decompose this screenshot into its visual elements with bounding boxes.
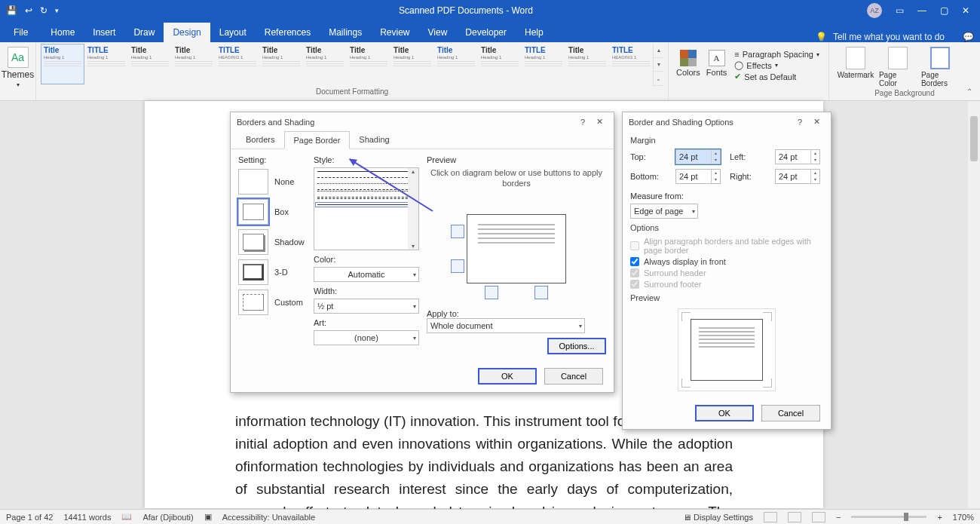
chk-display-front[interactable]: Always display in front <box>630 257 823 266</box>
measure-from-combo[interactable]: Edge of page▾ <box>630 204 698 219</box>
collapse-ribbon-icon[interactable]: ⌃ <box>966 87 972 96</box>
print-layout-icon[interactable] <box>788 512 801 522</box>
tab-mailings[interactable]: Mailings <box>320 23 371 42</box>
width-combo[interactable]: ½ pt▾ <box>314 299 419 314</box>
setting-box[interactable]: Box <box>238 199 306 225</box>
page-color-button[interactable]: Page Color <box>879 47 917 87</box>
close-icon[interactable]: ✕ <box>962 5 969 16</box>
color-combo[interactable]: Automatic▾ <box>314 267 419 282</box>
tab-references[interactable]: References <box>256 23 320 42</box>
style-set-thumb[interactable]: TitleHeading 1 <box>303 44 347 84</box>
style-set-thumb[interactable]: TitleHeading 1 <box>128 44 172 84</box>
tab-view[interactable]: View <box>419 23 457 42</box>
effects-button[interactable]: ◯Effects▾ <box>734 60 819 70</box>
left-margin-input[interactable]: 24 pt▴▾ <box>775 149 820 164</box>
art-combo[interactable]: (none)▾ <box>314 330 419 345</box>
web-layout-icon[interactable] <box>812 512 825 522</box>
preview-diagram[interactable] <box>449 196 584 302</box>
cancel-button[interactable]: Cancel <box>761 405 820 421</box>
style-set-thumb[interactable]: TITLEHEADING 1 <box>609 44 653 84</box>
left-edge-button[interactable] <box>485 286 498 299</box>
top-edge-button[interactable] <box>451 225 464 238</box>
user-avatar[interactable]: AZ <box>867 3 882 18</box>
themes-button[interactable]: Aa Themes ▾ <box>5 44 31 91</box>
setting-none[interactable]: None <box>238 169 306 195</box>
fonts-button[interactable]: AFonts <box>703 47 730 84</box>
macro-icon[interactable]: ▣ <box>204 512 212 522</box>
style-set-thumb[interactable]: TITLEHEADING 1 <box>216 44 259 84</box>
tab-help[interactable]: Help <box>516 23 553 42</box>
style-set-thumb[interactable]: TitleHeading 1 <box>172 44 216 84</box>
tab-layout[interactable]: Layout <box>210 23 256 42</box>
chk-surround-header: Surround header <box>630 268 823 277</box>
bottom-margin-input[interactable]: 24 pt▴▾ <box>675 169 721 184</box>
qat-more-icon[interactable]: ▾ <box>55 7 59 14</box>
close-icon[interactable]: ✕ <box>808 117 825 127</box>
bottom-edge-button[interactable] <box>451 259 464 273</box>
page-borders-button[interactable]: Page Borders <box>921 47 959 87</box>
document-formatting-gallery[interactable]: TitleHeading 1 TITLEHeading 1 TitleHeadi… <box>41 44 663 86</box>
help-icon[interactable]: ? <box>792 118 808 127</box>
maximize-icon[interactable]: ▢ <box>940 5 948 16</box>
share-icon[interactable]: 💬 <box>957 32 980 42</box>
cancel-button[interactable]: Cancel <box>544 368 603 385</box>
style-set-thumb[interactable]: TitleHeading 1 <box>41 44 84 84</box>
tab-shading[interactable]: Shading <box>350 131 398 149</box>
top-margin-input[interactable]: 24 pt▴▾ <box>675 149 721 164</box>
options-button[interactable]: Options... <box>547 338 606 354</box>
zoom-in-icon[interactable]: + <box>937 513 942 522</box>
tab-design[interactable]: Design <box>164 23 210 42</box>
style-set-thumb[interactable]: TITLEHeading 1 <box>84 44 128 84</box>
right-edge-button[interactable] <box>534 286 548 299</box>
style-set-thumb[interactable]: TITLEHeading 1 <box>522 44 565 84</box>
tab-home[interactable]: Home <box>41 23 84 42</box>
style-set-thumb[interactable]: TitleHeading 1 <box>390 44 434 84</box>
vertical-scrollbar[interactable] <box>968 101 980 508</box>
setting-custom[interactable]: Custom <box>238 290 306 315</box>
ribbon-display-icon[interactable]: ▭ <box>896 5 904 16</box>
minimize-icon[interactable]: — <box>917 5 926 16</box>
tab-insert[interactable]: Insert <box>84 23 124 42</box>
spellcheck-icon[interactable]: 📖 <box>121 512 132 522</box>
style-set-thumb[interactable]: TitleHeading 1 <box>565 44 609 84</box>
tab-borders[interactable]: Borders <box>237 131 284 149</box>
setting-shadow[interactable]: Shadow <box>238 229 306 255</box>
paragraph-spacing-button[interactable]: ≡Paragraph Spacing▾ <box>734 50 819 59</box>
save-icon[interactable]: 💾 <box>6 5 17 16</box>
zoom-slider[interactable] <box>851 516 926 518</box>
spacing-icon: ≡ <box>734 50 739 59</box>
zoom-level[interactable]: 170% <box>953 513 974 522</box>
word-count[interactable]: 14411 words <box>63 513 111 522</box>
set-as-default-button[interactable]: ✔Set as Default <box>734 72 819 81</box>
display-settings[interactable]: 🖥 Display Settings <box>683 513 753 522</box>
tell-me-search[interactable]: 💡 Tell me what you want to do <box>816 32 957 42</box>
language-indicator[interactable]: Afar (Djibouti) <box>142 513 193 522</box>
zoom-out-icon[interactable]: − <box>836 513 841 522</box>
style-set-thumb[interactable]: TitleHeading 1 <box>259 44 303 84</box>
ok-button[interactable]: OK <box>695 405 754 421</box>
watermark-button[interactable]: Watermark <box>837 47 874 87</box>
tab-file[interactable]: File <box>5 23 37 42</box>
style-set-thumb[interactable]: TitleHeading 1 <box>478 44 522 84</box>
style-set-thumb[interactable]: TitleHeading 1 <box>434 44 478 84</box>
accessibility-indicator[interactable]: Accessibility: Unavailable <box>222 513 316 522</box>
tab-review[interactable]: Review <box>371 23 418 42</box>
colors-button[interactable]: Colors <box>673 47 703 84</box>
style-listbox[interactable]: ▴▾ <box>314 167 419 250</box>
page-indicator[interactable]: Page 1 of 42 <box>6 513 53 522</box>
help-icon[interactable]: ? <box>574 118 591 127</box>
read-mode-icon[interactable] <box>764 512 777 522</box>
tab-developer[interactable]: Developer <box>456 23 516 42</box>
undo-icon[interactable]: ↩ <box>25 5 32 16</box>
style-set-thumb[interactable]: TitleHeading 1 <box>347 44 390 84</box>
ok-button[interactable]: OK <box>478 368 537 385</box>
close-icon[interactable]: ✕ <box>591 117 608 127</box>
setting-3d[interactable]: 3-D <box>238 259 306 285</box>
right-margin-input[interactable]: 24 pt▴▾ <box>775 169 820 184</box>
apply-to-combo[interactable]: Whole document▾ <box>427 318 585 333</box>
gallery-scroll[interactable]: ▴▾⌄ <box>653 44 663 86</box>
redo-icon[interactable]: ↻ <box>40 5 47 16</box>
tab-page-border[interactable]: Page Border <box>284 131 351 149</box>
tab-draw[interactable]: Draw <box>124 23 164 42</box>
ribbon-tabs: File Home Insert Draw Design Layout Refe… <box>0 21 980 42</box>
